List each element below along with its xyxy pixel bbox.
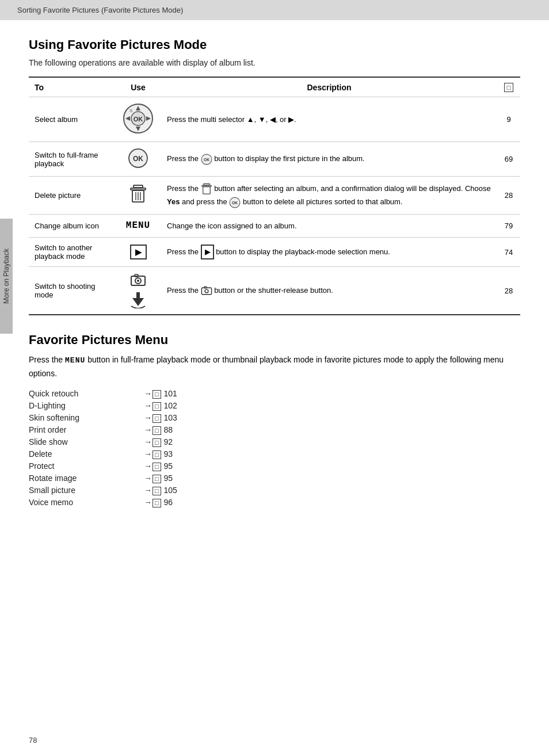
multi-selector-icon: OK S	[123, 103, 154, 134]
row-to: Switch to full-frame playback	[29, 142, 115, 177]
playback-button-icon: ▶	[130, 245, 147, 259]
camera-icon	[130, 273, 146, 287]
svg-text:OK: OK	[134, 116, 143, 123]
section2-intro: Press the MENU button in full-frame play…	[29, 353, 520, 380]
main-content: Using Favorite Pictures Mode The followi…	[0, 20, 549, 756]
svg-rect-28	[136, 292, 140, 299]
list-item: Voice memo	[29, 498, 144, 507]
list-item-ref: →□ 92	[144, 437, 520, 447]
row-use	[115, 267, 161, 315]
list-item: Quick retouch	[29, 389, 144, 399]
svg-point-30	[205, 289, 208, 293]
row-ref: 74	[497, 238, 520, 267]
svg-rect-12	[134, 185, 143, 188]
section1-subtitle: The following operations are available w…	[29, 58, 520, 67]
svg-marker-27	[132, 298, 144, 306]
row-desc: Change the icon assigned to an album.	[161, 214, 497, 238]
row-use: OK	[115, 142, 161, 177]
list-item-ref: →□ 105	[144, 486, 520, 495]
svg-point-26	[137, 280, 139, 282]
playback-inline-icon: ▶	[201, 245, 214, 259]
row-desc: Press the multi selector ▲, ▼, ◀, or ▶.	[161, 97, 497, 142]
trash-inline-icon	[201, 182, 212, 196]
svg-text:OK: OK	[232, 200, 238, 204]
svg-text:S: S	[129, 108, 132, 113]
svg-rect-18	[204, 184, 209, 185]
svg-text:OK: OK	[133, 155, 143, 163]
list-item-ref: →□ 93	[144, 449, 520, 459]
top-bar-text: Sorting Favorite Pictures (Favorite Pict…	[17, 6, 183, 14]
th-to: To	[29, 77, 115, 97]
row-to: Select album	[29, 97, 115, 142]
row-ref: 28	[497, 177, 520, 215]
row-use: ▶	[115, 238, 161, 267]
shooting-mode-icons	[121, 273, 155, 308]
row-ref: 28	[497, 267, 520, 315]
row-desc: Press the ▶ button to display the playba…	[161, 238, 497, 267]
list-item: Slide show	[29, 437, 144, 447]
ok-inline2-icon: OK	[229, 197, 241, 208]
table-row: Switch to another playback mode ▶ Press …	[29, 238, 520, 267]
row-to: Switch to shooting mode	[29, 267, 115, 315]
row-ref: 69	[497, 142, 520, 177]
ok-inline-icon: OK	[201, 154, 212, 165]
row-use: MENU	[115, 214, 161, 238]
row-ref: 9	[497, 97, 520, 142]
row-ref: 79	[497, 214, 520, 238]
svg-rect-29	[201, 288, 211, 294]
list-item: Skin softening	[29, 413, 144, 423]
menu-text: MENU	[126, 220, 150, 231]
th-ref: □	[497, 77, 520, 97]
row-use: OK S	[115, 97, 161, 142]
trash-icon	[129, 184, 147, 205]
list-item-ref: →□ 101	[144, 389, 520, 399]
list-item: D-Lighting	[29, 401, 144, 411]
top-bar: Sorting Favorite Pictures (Favorite Pict…	[0, 0, 549, 20]
table-row: Switch to shooting mode	[29, 267, 520, 315]
row-use	[115, 177, 161, 215]
list-item: Small picture	[29, 486, 144, 495]
list-item: Rotate image	[29, 474, 144, 483]
svg-rect-20	[203, 187, 210, 194]
list-item-ref: →□ 95	[144, 474, 520, 483]
features-table: To Use Description □ Select album	[29, 77, 520, 315]
svg-rect-13	[131, 188, 146, 190]
list-item-ref: →□ 95	[144, 461, 520, 471]
section1-title: Using Favorite Pictures Mode	[29, 37, 520, 52]
table-row: Change album icon MENU Change the icon a…	[29, 214, 520, 238]
list-item: Print order	[29, 425, 144, 435]
row-desc: Press the button after selecting an albu…	[161, 177, 497, 215]
section2-title: Favorite Pictures Menu	[29, 333, 520, 348]
svg-rect-19	[201, 185, 211, 186]
list-item-ref: →□ 103	[144, 413, 520, 423]
list-item: Protect	[29, 461, 144, 471]
table-row: Delete picture	[29, 177, 520, 215]
page-number: 78	[29, 736, 37, 744]
table-row: Switch to full-frame playback OK Press t…	[29, 142, 520, 177]
row-desc: Press the button or the shutter-release …	[161, 267, 497, 315]
sidebar-label: More on Playback	[0, 219, 13, 334]
list-item: Delete	[29, 449, 144, 459]
row-desc: Press the OK button to display the first…	[161, 142, 497, 177]
list-item-ref: →□ 102	[144, 401, 520, 411]
svg-rect-31	[204, 287, 206, 288]
camera-inline-icon	[201, 286, 212, 296]
th-description: Description	[161, 77, 497, 97]
row-to: Delete picture	[29, 177, 115, 215]
th-use: Use	[115, 77, 161, 97]
list-item-ref: →□ 88	[144, 425, 520, 435]
table-row: Select album OK	[29, 97, 520, 142]
menu-options-list: Quick retouch →□ 101 D-Lighting →□ 102 S…	[29, 389, 520, 507]
ok-circle-icon: OK	[128, 148, 148, 169]
shutter-down-icon	[129, 290, 147, 308]
row-to: Switch to another playback mode	[29, 238, 115, 267]
svg-text:OK: OK	[204, 158, 209, 162]
row-to: Change album icon	[29, 214, 115, 238]
list-item-ref: →□ 96	[144, 498, 520, 507]
